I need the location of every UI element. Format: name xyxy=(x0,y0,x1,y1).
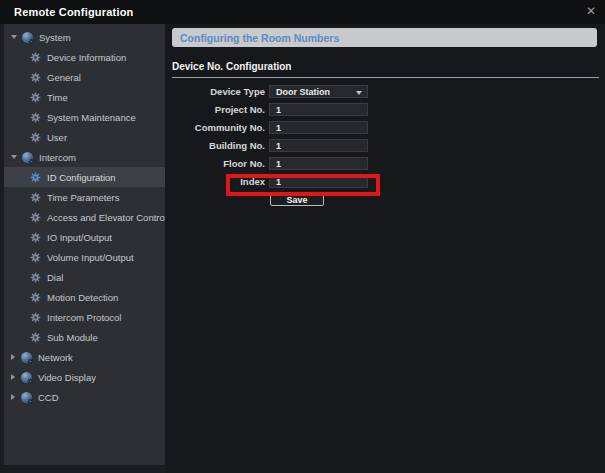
main-panel: Configuring the Room Numbers Device No. … xyxy=(165,24,605,473)
gear-icon xyxy=(30,332,41,343)
sidebar-group-network[interactable]: Network xyxy=(4,347,165,367)
field-label: Device Type xyxy=(165,86,265,97)
category-sphere-icon xyxy=(21,352,32,363)
sidebar-group-label: Network xyxy=(38,352,73,363)
field-value: 1 xyxy=(276,177,281,187)
sidebar-group-ccd[interactable]: CCD xyxy=(4,387,165,407)
field-label: Floor No. xyxy=(165,158,265,169)
sidebar-item-dial[interactable]: Dial xyxy=(4,267,165,287)
sidebar-item-access-and-elevator-control[interactable]: Access and Elevator Control xyxy=(4,207,165,227)
gear-icon xyxy=(30,232,41,243)
sidebar-item-system-maintenance[interactable]: System Maintenance xyxy=(4,107,165,127)
category-sphere-icon xyxy=(21,392,32,403)
save-button[interactable]: Save xyxy=(270,193,324,206)
community-no-input[interactable]: 1 xyxy=(269,121,368,134)
sidebar-item-device-information[interactable]: Device Information xyxy=(4,47,165,67)
gear-icon xyxy=(30,172,41,183)
gear-icon xyxy=(30,92,41,103)
sidebar-item-label: ID Configuration xyxy=(47,172,116,183)
field-value: Door Station xyxy=(276,87,330,97)
field-value: 1 xyxy=(276,141,281,151)
field-value: 1 xyxy=(276,105,281,115)
sidebar-item-label: IO Input/Output xyxy=(47,232,112,243)
building-no-input[interactable]: 1 xyxy=(269,139,368,152)
section-divider xyxy=(172,77,599,78)
gear-icon xyxy=(30,212,41,223)
form-row-building-no: Building No.1 xyxy=(165,139,605,152)
device-no-form: Device TypeDoor StationProject No.1Commu… xyxy=(165,85,605,206)
sidebar-item-volume-input-output[interactable]: Volume Input/Output xyxy=(4,247,165,267)
sidebar-item-label: Volume Input/Output xyxy=(47,252,134,263)
sidebar-item-label: Dial xyxy=(47,272,63,283)
gear-icon xyxy=(30,132,41,143)
sidebar-item-label: Access and Elevator Control xyxy=(47,212,167,223)
sidebar-group-label: Video Display xyxy=(38,372,96,383)
sidebar-group-label: Intercom xyxy=(39,152,76,163)
form-row-project-no: Project No.1 xyxy=(165,103,605,116)
collapse-arrow-icon[interactable] xyxy=(11,374,15,380)
sidebar-item-label: Motion Detection xyxy=(47,292,118,303)
sidebar-group-video-display[interactable]: Video Display xyxy=(4,367,165,387)
sidebar-item-intercom-protocol[interactable]: Intercom Protocol xyxy=(4,307,165,327)
field-label: Community No. xyxy=(165,122,265,133)
sidebar-item-general[interactable]: General xyxy=(4,67,165,87)
dropdown-arrow-icon[interactable] xyxy=(356,91,362,95)
sidebar-item-user[interactable]: User xyxy=(4,127,165,147)
gear-icon xyxy=(30,192,41,203)
sidebar-item-label: Sub Module xyxy=(47,332,98,343)
sidebar-group-label: System xyxy=(39,32,71,43)
sidebar-group-system[interactable]: System xyxy=(4,27,165,47)
sidebar-item-label: General xyxy=(47,72,81,83)
device-type-select[interactable]: Door Station xyxy=(269,85,368,98)
window-titlebar: Remote Configuration ✕ xyxy=(0,0,605,24)
form-row-index: Index1 xyxy=(165,175,605,188)
sidebar-item-label: Time Parameters xyxy=(47,192,120,203)
gear-icon xyxy=(30,72,41,83)
gear-icon xyxy=(30,112,41,123)
sidebar-tree: SystemDevice InformationGeneralTimeSyste… xyxy=(4,24,165,465)
sidebar-item-label: System Maintenance xyxy=(47,112,136,123)
content-banner-label: Configuring the Room Numbers xyxy=(180,32,339,44)
field-value: 1 xyxy=(276,159,281,169)
field-label: Building No. xyxy=(165,140,265,151)
expand-arrow-icon[interactable] xyxy=(11,155,17,159)
sidebar-item-motion-detection[interactable]: Motion Detection xyxy=(4,287,165,307)
floor-no-input[interactable]: 1 xyxy=(269,157,368,170)
category-sphere-icon xyxy=(21,372,32,383)
gear-icon xyxy=(30,272,41,283)
collapse-arrow-icon[interactable] xyxy=(11,394,15,400)
field-label: Index xyxy=(165,176,265,187)
sidebar-item-label: Device Information xyxy=(47,52,126,63)
form-row-device-type: Device TypeDoor Station xyxy=(165,85,605,98)
gear-icon xyxy=(30,52,41,63)
sidebar-item-id-configuration[interactable]: ID Configuration xyxy=(4,167,165,187)
close-icon[interactable]: ✕ xyxy=(586,5,596,17)
gear-icon xyxy=(30,312,41,323)
index-input[interactable]: 1 xyxy=(269,175,368,188)
sidebar-item-io-input-output[interactable]: IO Input/Output xyxy=(4,227,165,247)
category-sphere-icon xyxy=(22,32,33,43)
gear-icon xyxy=(30,252,41,263)
expand-arrow-icon[interactable] xyxy=(11,35,17,39)
sidebar-item-sub-module[interactable]: Sub Module xyxy=(4,327,165,347)
sidebar-group-intercom[interactable]: Intercom xyxy=(4,147,165,167)
sidebar-item-time[interactable]: Time xyxy=(4,87,165,107)
sidebar-item-label: User xyxy=(47,132,67,143)
collapse-arrow-icon[interactable] xyxy=(11,354,15,360)
form-row-floor-no: Floor No.1 xyxy=(165,157,605,170)
form-row-community-no: Community No.1 xyxy=(165,121,605,134)
sidebar-item-time-parameters[interactable]: Time Parameters xyxy=(4,187,165,207)
gear-icon xyxy=(30,292,41,303)
field-value: 1 xyxy=(276,123,281,133)
section-title: Device No. Configuration xyxy=(172,61,291,72)
sidebar-item-label: Time xyxy=(47,92,68,103)
window-title: Remote Configuration xyxy=(0,6,134,18)
sidebar-item-label: Intercom Protocol xyxy=(47,312,121,323)
project-no-input[interactable]: 1 xyxy=(269,103,368,116)
category-sphere-icon xyxy=(22,152,33,163)
sidebar-group-label: CCD xyxy=(38,392,59,403)
field-label: Project No. xyxy=(165,104,265,115)
content-banner: Configuring the Room Numbers xyxy=(172,28,597,47)
remote-configuration-window: { "window": { "title": "Remote Configura… xyxy=(0,0,605,473)
